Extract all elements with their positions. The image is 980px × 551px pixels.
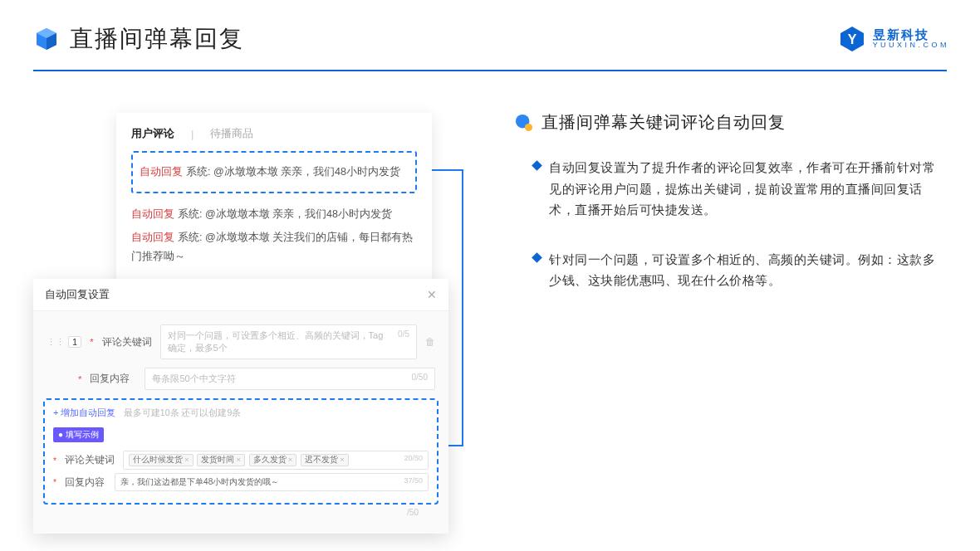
- comment-line: 自动回复系统: @冰墩墩本墩 亲亲，我们48小时内发货: [140, 163, 409, 182]
- example-row-reply: * 回复内容 亲，我们这边都是下单48小时内发货的哦～ 37/50: [53, 473, 429, 491]
- tag-close-icon[interactable]: ×: [184, 455, 189, 464]
- brand-name-cn: 昱新科技: [873, 28, 947, 42]
- comment-line: 自动回复系统: @冰墩墩本墩 关注我们的店铺，每日都有热门推荐呦～: [131, 228, 417, 266]
- add-note: 最多可建10条 还可以创建9条: [124, 407, 241, 417]
- keyword-tag[interactable]: 发货时间×: [197, 454, 245, 466]
- tag-close-icon[interactable]: ×: [288, 455, 293, 464]
- diamond-icon: [532, 252, 542, 263]
- close-icon[interactable]: ✕: [427, 288, 437, 301]
- row-number: 1: [68, 336, 81, 348]
- brand: Y 昱新科技 Y U U X I N . C O M: [838, 25, 947, 53]
- placeholder-text: 每条限50个中文字符: [152, 373, 235, 383]
- bullet-item: 自动回复设置为了提升作者的评论回复效率，作者可在开播前针对常见的评论用户问题，提…: [533, 157, 947, 221]
- mock-panel: 用户评论 | 待播商品 自动回复系统: @冰墩墩本墩 亲亲，我们48小时内发货 …: [33, 96, 465, 519]
- svg-point-2: [525, 123, 532, 130]
- trash-icon[interactable]: 🗑: [425, 336, 435, 348]
- keyword-tag[interactable]: 迟不发货×: [301, 454, 349, 466]
- auto-reply-tag: 自动回复: [140, 166, 183, 178]
- settings-card: 自动回复设置 ✕ ⋮⋮1 * 评论关键词 对同一个问题，可设置多个相近、高频的关…: [33, 279, 448, 534]
- header: 直播间弹幕回复 Y 昱新科技 Y U U X I N . C O M: [0, 0, 980, 70]
- add-auto-reply-link[interactable]: + 增加自动回复: [53, 407, 115, 417]
- comments-card: 用户评论 | 待播商品 自动回复系统: @冰墩墩本墩 亲亲，我们48小时内发货 …: [116, 113, 432, 292]
- placeholder-text: 对同一个问题，可设置多个相近、高频的关键词，Tag确定，最多5个: [168, 330, 384, 353]
- comment-text: 系统: @冰墩墩本墩 亲亲，我们48小时内发货: [186, 166, 400, 178]
- form-row-reply: * 回复内容 每条限50个中文字符0/50: [47, 368, 435, 390]
- reply-input[interactable]: 每条限50个中文字符0/50: [145, 368, 435, 390]
- bullet-item: 针对同一个问题，可设置多个相近的、高频的关键词。例如：这款多少钱、这块能优惠吗、…: [533, 249, 947, 291]
- bubble-icon: [515, 114, 533, 132]
- tag-close-icon[interactable]: ×: [236, 455, 241, 464]
- card-tabs: 用户评论 | 待播商品: [131, 126, 417, 141]
- char-count: 0/50: [412, 373, 428, 382]
- field-label-keyword: 评论关键词: [102, 336, 152, 349]
- settings-title: 自动回复设置: [45, 287, 110, 302]
- section-title: 直播间弹幕关键词评论自动回复: [541, 111, 786, 134]
- example-reply-input[interactable]: 亲，我们这边都是下单48小时内发货的哦～ 37/50: [115, 473, 429, 491]
- example-row-keyword: * 评论关键词 什么时候发货× 发货时间× 多久发货× 迟不发货× 20/50: [53, 451, 429, 470]
- page-title: 直播间弹幕回复: [70, 23, 244, 55]
- field-label-keyword: 评论关键词: [65, 454, 115, 466]
- tab-user-comments[interactable]: 用户评论: [131, 126, 174, 141]
- required-dot-icon: *: [53, 477, 56, 487]
- svg-text:Y: Y: [847, 32, 856, 46]
- char-count: 0/5: [398, 329, 409, 339]
- tab-separator: |: [191, 128, 194, 140]
- footer-count: /50: [47, 505, 435, 525]
- form-row-keyword: ⋮⋮1 * 评论关键词 对同一个问题，可设置多个相近、高频的关键词，Tag确定，…: [47, 324, 435, 359]
- auto-reply-tag: 自动回复: [131, 208, 174, 220]
- required-dot-icon: *: [78, 374, 81, 384]
- brand-logo-icon: Y: [838, 25, 866, 53]
- field-label-reply: 回复内容: [65, 476, 106, 489]
- required-dot-icon: *: [53, 456, 56, 466]
- diamond-icon: [532, 160, 542, 171]
- brand-name-en: Y U U X I N . C O M: [873, 41, 947, 50]
- tab-pending-products[interactable]: 待播商品: [210, 126, 253, 141]
- drag-handle-icon[interactable]: ⋮⋮: [47, 337, 65, 348]
- cube-icon: [33, 26, 60, 52]
- connector-line: [430, 169, 463, 171]
- description-column: 直播间弹幕关键词评论自动回复 自动回复设置为了提升作者的评论回复效率，作者可在开…: [515, 96, 947, 519]
- tag-close-icon[interactable]: ×: [340, 455, 345, 464]
- comment-line: 自动回复系统: @冰墩墩本墩 亲亲，我们48小时内发货: [131, 205, 417, 224]
- keyword-input[interactable]: 对同一个问题，可设置多个相近、高频的关键词，Tag确定，最多5个0/5: [160, 324, 417, 359]
- highlighted-comment: 自动回复系统: @冰墩墩本墩 亲亲，我们48小时内发货: [131, 151, 417, 193]
- auto-reply-tag: 自动回复: [131, 232, 174, 243]
- example-section: + 增加自动回复 最多可建10条 还可以创建9条 ● 填写示例 * 评论关键词 …: [43, 398, 439, 505]
- keyword-tag[interactable]: 多久发货×: [249, 454, 297, 466]
- char-count: 37/50: [404, 476, 423, 485]
- example-keyword-input[interactable]: 什么时候发货× 发货时间× 多久发货× 迟不发货× 20/50: [123, 451, 429, 470]
- comment-text: 系统: @冰墩墩本墩 亲亲，我们48小时内发货: [178, 208, 392, 220]
- example-reply-value: 亲，我们这边都是下单48小时内发货的哦～: [120, 477, 279, 486]
- field-label-reply: 回复内容: [90, 373, 136, 385]
- section-heading: 直播间弹幕关键词评论自动回复: [515, 111, 947, 134]
- char-count: 20/50: [404, 454, 423, 462]
- bullet-text: 针对同一个问题，可设置多个相近的、高频的关键词。例如：这款多少钱、这块能优惠吗、…: [549, 249, 947, 291]
- required-dot-icon: *: [90, 337, 93, 347]
- connector-line: [462, 169, 463, 446]
- keyword-tag[interactable]: 什么时候发货×: [129, 454, 194, 466]
- bullet-text: 自动回复设置为了提升作者的评论回复效率，作者可在开播前针对常见的评论用户问题，提…: [549, 157, 947, 221]
- example-badge: ● 填写示例: [53, 427, 104, 442]
